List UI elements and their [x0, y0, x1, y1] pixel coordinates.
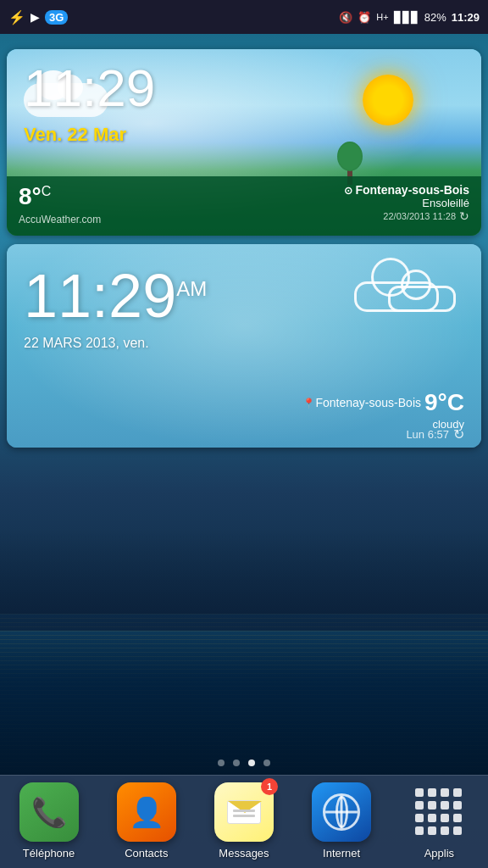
dock-item-phone[interactable]: 📞 Téléphone — [19, 782, 79, 860]
dock-item-messages[interactable]: 1 Messages — [214, 782, 274, 860]
envelope-line-1 — [233, 810, 255, 812]
dock-item-contacts[interactable]: 👤 Contacts — [117, 782, 176, 860]
apps-icon[interactable] — [409, 782, 469, 842]
status-bar: ⚡ ▶ 3G 🔇 ⏰ H+ ▊▊▊ 82% 11:29 — [0, 0, 488, 34]
grid-dot — [415, 814, 424, 822]
clock-date: 22 MARS 2013, ven. — [24, 336, 149, 351]
page-dot-4[interactable] — [263, 760, 270, 766]
clock-sunrise: Lun 6:57 ↻ — [406, 426, 464, 442]
play-icon: ▶ — [30, 10, 40, 24]
dock-item-internet[interactable]: Internet — [312, 782, 371, 860]
widgets-container: 11:29 Ven. 22 Mar 8°C AccuWeather.com Fo… — [0, 42, 488, 454]
grid-dot — [415, 801, 424, 810]
water-layer — [0, 614, 488, 800]
accu-bottom-bar: 8°C AccuWeather.com Fontenay-sous-Bois E… — [7, 176, 481, 236]
grid-dot — [428, 826, 436, 835]
battery-indicator: 82% — [424, 11, 446, 24]
messages-badge: 1 — [261, 778, 278, 795]
page-dot-3[interactable] — [248, 760, 255, 766]
status-left: ⚡ ▶ 3G — [8, 9, 68, 25]
hplus-indicator: H+ — [376, 12, 388, 22]
accu-temp-section: 8°C AccuWeather.com — [19, 183, 101, 225]
accu-logo: AccuWeather.com — [19, 214, 101, 225]
clock-time: 11:29AM — [24, 265, 207, 326]
clock-bottom: Fontenay-sous-Bois 9°C cloudy — [302, 389, 464, 431]
clock-temperature: 9°C — [424, 389, 464, 416]
signal-icon: ▊▊▊ — [394, 11, 419, 24]
phone-label: Téléphone — [23, 847, 75, 860]
page-dot-2[interactable] — [233, 760, 240, 766]
grid-dot — [453, 826, 462, 835]
grid-dot — [415, 826, 424, 835]
grid-dot — [441, 826, 449, 835]
grid-dot — [415, 788, 424, 797]
status-time: 11:29 — [452, 11, 480, 24]
contacts-glyph: 👤 — [129, 795, 164, 829]
refresh-icon[interactable]: ↻ — [459, 209, 469, 223]
dock: 📞 Téléphone 👤 Contacts 1 Messages — [0, 775, 488, 868]
envelope-line-2 — [233, 815, 255, 817]
status-right: 🔇 ⏰ H+ ▊▊▊ 82% 11:29 — [339, 11, 480, 24]
cloud-icon-area — [354, 265, 456, 325]
phone-icon[interactable]: 📞 — [19, 782, 79, 842]
envelope-icon — [227, 800, 261, 824]
grid-dot — [441, 801, 449, 810]
contacts-icon[interactable]: 👤 — [117, 782, 176, 842]
grid-dot — [453, 801, 462, 810]
refresh-icon-2[interactable]: ↻ — [453, 426, 464, 442]
apps-grid — [415, 788, 463, 837]
accu-weather-widget[interactable]: 11:29 Ven. 22 Mar 8°C AccuWeather.com Fo… — [7, 49, 481, 236]
apps-label: Applis — [424, 847, 454, 860]
grid-dot — [428, 814, 436, 822]
grid-dot — [428, 788, 436, 797]
internet-label: Internet — [323, 847, 360, 860]
page-indicators — [218, 760, 270, 766]
envelope-body — [227, 800, 261, 824]
water-reflection — [0, 614, 488, 800]
accu-time: 11:29 — [24, 62, 155, 114]
accu-updated: 22/03/2013 11:28 ↻ — [344, 209, 469, 223]
accu-temperature: 8°C — [19, 183, 101, 210]
cloud-outline-2 — [388, 274, 456, 312]
contacts-label: Contacts — [125, 847, 168, 860]
grid-dot — [453, 814, 462, 822]
dock-item-apps[interactable]: Applis — [409, 782, 469, 860]
messages-label: Messages — [219, 847, 269, 860]
envelope-lines — [233, 810, 255, 820]
accu-right-section: Fontenay-sous-Bois Ensoleillé 22/03/2013… — [344, 183, 469, 223]
network-indicator: 3G — [45, 10, 68, 25]
grid-dot — [428, 801, 436, 810]
clock-ampm: AM — [176, 277, 207, 300]
accu-condition: Ensoleillé — [344, 197, 469, 209]
city-silhouette — [0, 529, 488, 631]
clock-location: Fontenay-sous-Bois — [302, 396, 421, 409]
internet-icon[interactable] — [312, 782, 371, 842]
clock-weather-widget[interactable]: 11:29AM 22 MARS 2013, ven. Fontenay-sous… — [7, 244, 481, 448]
page-dot-1[interactable] — [218, 760, 225, 766]
grid-dot — [453, 788, 462, 797]
mute-icon: 🔇 — [339, 11, 352, 24]
globe-arc — [336, 796, 348, 828]
alarm-icon: ⏰ — [358, 11, 371, 24]
usb-icon: ⚡ — [8, 9, 25, 25]
accu-location: Fontenay-sous-Bois — [344, 183, 469, 197]
accu-date: Ven. 22 Mar — [24, 124, 126, 146]
grid-dot — [441, 788, 449, 797]
messages-icon[interactable]: 1 — [214, 782, 274, 842]
grid-dot — [441, 814, 449, 822]
sun-decoration — [363, 75, 413, 125]
phone-glyph: 📞 — [31, 795, 67, 829]
globe-icon — [323, 793, 360, 831]
